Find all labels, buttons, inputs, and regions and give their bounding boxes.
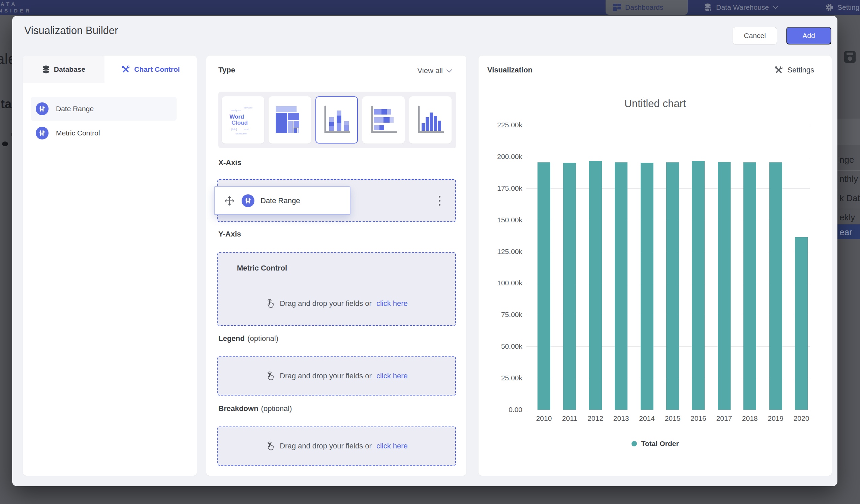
chart-type-horizontal-stacked-bar[interactable] xyxy=(362,96,405,144)
kebab-menu-icon[interactable] xyxy=(439,196,441,205)
drop-hint-text: Drag and drop your fields or xyxy=(280,299,372,308)
tap-hand-icon xyxy=(266,441,275,451)
tab-chart-control-label: Chart Control xyxy=(134,66,180,73)
chip-label: Date Range xyxy=(260,197,300,205)
nav-item-settings[interactable]: Settings xyxy=(825,0,860,15)
field-item-metric-control[interactable]: Metric Control xyxy=(31,121,176,145)
svg-text:Cloud: Cloud xyxy=(231,119,248,126)
chart-type-column[interactable] xyxy=(409,96,452,144)
top-nav: DATA INSIDER Dashboards xyxy=(0,0,860,15)
chart-bar-2010 xyxy=(538,162,550,410)
breakdown-optional-text: (optional) xyxy=(261,404,292,413)
builder-panel: Type View all analysis keyword Word Clou… xyxy=(206,56,467,476)
cancel-button[interactable]: Cancel xyxy=(733,27,777,44)
save-icon[interactable] xyxy=(844,51,856,63)
visualization-builder-modal: Visualization Builder Cancel Add Databas… xyxy=(12,16,837,486)
bar-chart: 0.0025.00k50.00k75.00k100.00k125.00k150.… xyxy=(478,56,832,476)
chart-type-stacked-column[interactable] xyxy=(315,96,358,144)
tap-hand-icon xyxy=(266,298,275,309)
backdrop-menu-item: nge xyxy=(840,155,854,165)
stacked-column-thumbnail-icon xyxy=(321,104,352,136)
svg-text:analysis: analysis xyxy=(231,109,241,112)
tune-icon xyxy=(36,127,48,140)
chart-type-strip: analysis keyword Word Cloud [data] trend… xyxy=(218,92,456,148)
type-section-label: Type xyxy=(218,66,235,74)
click-here-link[interactable]: click here xyxy=(376,299,408,308)
visualization-panel: Visualization Settings Untitled chart 0.… xyxy=(478,56,832,476)
chart-bar-2016 xyxy=(692,161,705,410)
chart-bar-2019 xyxy=(769,162,782,410)
tab-chart-control[interactable]: Chart Control xyxy=(104,56,197,83)
gridline xyxy=(526,157,810,157)
tab-database-label: Database xyxy=(54,66,85,73)
chart-bar-2015 xyxy=(666,162,679,410)
nav-label-settings: Settings xyxy=(837,3,860,12)
legend-series-name: Total Order xyxy=(641,440,679,448)
backdrop-menu-item: ekly xyxy=(840,212,855,223)
view-all-dropdown[interactable]: View all xyxy=(417,66,452,75)
horizontal-bar-thumbnail-icon xyxy=(368,104,399,136)
divider xyxy=(837,171,860,171)
logo-line-2: INSIDER xyxy=(0,8,32,14)
field-item-date-range[interactable]: Date Range xyxy=(31,97,176,120)
add-button[interactable]: Add xyxy=(786,27,831,44)
view-all-label: View all xyxy=(417,66,443,75)
chevron-down-icon xyxy=(446,69,452,73)
legend-dropzone[interactable]: Drag and drop your fields or click here xyxy=(217,357,456,395)
logo-line-1: DATA xyxy=(0,1,32,8)
chart-bar-2014 xyxy=(641,163,654,410)
click-here-link[interactable]: click here xyxy=(376,372,408,380)
dashboards-icon xyxy=(613,3,621,12)
drop-hint: Drag and drop your fields or click here xyxy=(218,298,455,309)
backdrop-dropdown-fragment: nge nthly k Date ekly ear xyxy=(837,115,860,263)
y-tick-label: 50.00k xyxy=(478,342,522,350)
database-icon xyxy=(42,65,50,74)
backdrop-menu-item: k Date xyxy=(840,193,860,203)
chart-legend[interactable]: Total Order xyxy=(478,440,832,448)
fields-panel: Database Chart Control xyxy=(23,56,197,476)
y-tick-label: 100.00k xyxy=(478,279,522,287)
chart-bar-2012 xyxy=(589,161,602,410)
nav-item-dashboards[interactable]: Dashboards xyxy=(613,0,663,15)
treemap-thumbnail-icon xyxy=(274,103,305,136)
legend-label-text: Legend xyxy=(218,334,245,343)
drop-hint: Drag and drop your fields or click here xyxy=(218,371,455,381)
drop-hint: Drag and drop your fields or click here xyxy=(218,441,455,451)
screen: DATA INSIDER Dashboards xyxy=(0,0,860,504)
backdrop-dropdown-header xyxy=(837,119,860,145)
backdrop-bullet xyxy=(2,142,8,146)
modal-title: Visualization Builder xyxy=(24,25,118,37)
y-tick-label: 25.00k xyxy=(478,374,522,382)
y-axis-dropzone[interactable]: Metric Control Drag and drop your fields… xyxy=(217,252,456,326)
backdrop-text-fragment: ta xyxy=(1,97,12,111)
svg-text:Word: Word xyxy=(229,114,244,120)
chart-type-wordcloud[interactable]: analysis keyword Word Cloud [data] trend… xyxy=(222,96,264,144)
legend-optional-text: (optional) xyxy=(247,334,278,343)
legend-swatch xyxy=(632,441,637,446)
gridline xyxy=(526,125,810,125)
breakdown-section-label: Breakdown(optional) xyxy=(218,404,292,413)
svg-text:distribution: distribution xyxy=(235,132,247,135)
y-tick-label: 125.00k xyxy=(478,248,522,256)
chart-type-treemap[interactable] xyxy=(269,96,311,144)
click-here-link[interactable]: click here xyxy=(376,442,408,450)
breakdown-dropzone[interactable]: Drag and drop your fields or click here xyxy=(217,427,456,465)
y-axis-section-label: Y-Axis xyxy=(218,230,241,239)
chart-bar-2020 xyxy=(795,237,808,410)
y-tick-label: 200.00k xyxy=(478,153,522,161)
nav-item-data-warehouse[interactable]: Data Warehouse xyxy=(704,0,778,15)
tab-database[interactable]: Database xyxy=(23,56,104,83)
drop-hint-text: Drag and drop your fields or xyxy=(280,372,372,380)
tune-icon xyxy=(36,102,48,115)
drop-hint-text: Drag and drop your fields or xyxy=(280,442,372,450)
gridline xyxy=(526,410,810,410)
wordcloud-thumbnail-icon: analysis keyword Word Cloud [data] trend… xyxy=(226,103,260,137)
y-axis-box-title: Metric Control xyxy=(237,264,287,273)
y-tick-label: 175.00k xyxy=(478,184,522,192)
nav-label-dashboards: Dashboards xyxy=(625,3,663,12)
tune-icon xyxy=(242,195,255,207)
y-tick-label: 150.00k xyxy=(478,216,522,224)
dragging-chip-date-range[interactable]: Date Range xyxy=(214,186,350,215)
y-tick-label: 0.00 xyxy=(478,406,522,414)
data-warehouse-icon xyxy=(704,3,712,12)
